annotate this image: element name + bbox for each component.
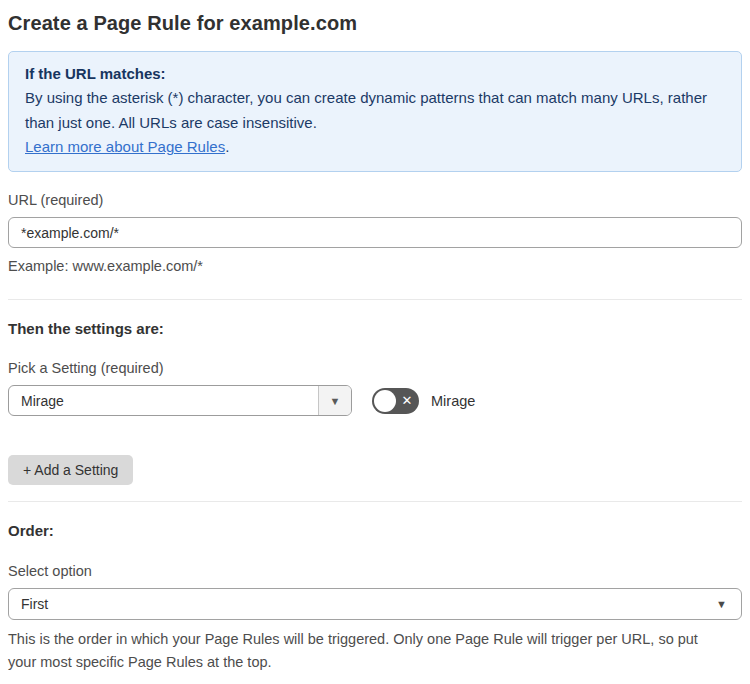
add-setting-button[interactable]: + Add a Setting	[8, 455, 133, 485]
url-label: URL (required)	[8, 192, 742, 208]
setting-row: Mirage ▼ ✕ Mirage	[8, 385, 742, 416]
mirage-toggle-group: ✕ Mirage	[372, 388, 475, 414]
url-helper-text: Example: www.example.com/*	[8, 256, 742, 277]
order-heading: Order:	[8, 522, 742, 539]
x-icon: ✕	[395, 388, 419, 414]
learn-more-link[interactable]: Learn more about Page Rules	[25, 138, 225, 155]
info-box-body: By using the asterisk (*) character, you…	[25, 86, 725, 135]
mirage-toggle[interactable]: ✕	[372, 388, 419, 414]
chevron-down-icon: ▼	[330, 395, 341, 407]
toggle-knob	[374, 390, 396, 412]
chevron-down-icon: ▼	[716, 598, 727, 610]
divider	[8, 501, 742, 502]
info-box-link-line: Learn more about Page Rules.	[25, 135, 725, 159]
pick-setting-label: Pick a Setting (required)	[8, 360, 742, 376]
page-title: Create a Page Rule for example.com	[8, 12, 742, 35]
url-input[interactable]	[8, 217, 742, 248]
order-select[interactable]: First ▼	[8, 588, 742, 620]
info-box-heading: If the URL matches:	[25, 62, 725, 86]
link-period: .	[225, 138, 229, 155]
order-helper-text: This is the order in which your Page Rul…	[8, 628, 728, 673]
divider	[8, 299, 742, 300]
settings-heading: Then the settings are:	[8, 320, 742, 337]
setting-dropdown-arrow-button[interactable]: ▼	[318, 386, 351, 415]
toggle-label: Mirage	[431, 393, 475, 409]
order-select-value: First	[21, 596, 48, 612]
setting-dropdown[interactable]: Mirage ▼	[8, 385, 352, 416]
select-option-label: Select option	[8, 563, 742, 579]
setting-dropdown-value: Mirage	[9, 386, 318, 415]
url-match-info-box: If the URL matches: By using the asteris…	[8, 51, 742, 172]
page-rule-form: Create a Page Rule for example.com If th…	[0, 0, 750, 684]
